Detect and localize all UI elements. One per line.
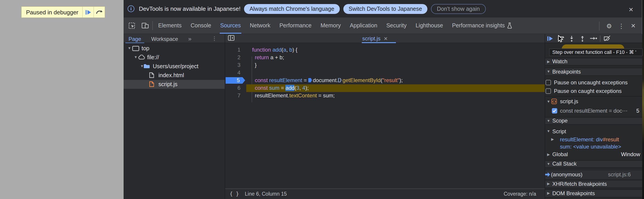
panel-tabs: ElementsConsoleSourcesNetworkPerformance… [154,17,517,34]
section-header-dom-breakpoints[interactable]: ▶DOM Breakpoints [545,189,642,197]
section-header-call-stack[interactable]: ▼Call Stack [545,160,642,168]
section-header-watch[interactable]: ▶Watch [545,58,642,65]
line-number-7[interactable]: 7 [225,92,245,99]
tab-memory[interactable]: Memory [316,17,345,34]
line-number-6[interactable]: 6 [225,84,245,92]
checkbox[interactable] [546,88,551,94]
pretty-print-button[interactable]: { } [230,191,239,197]
section-header-scope[interactable]: ▼Scope [545,117,642,125]
expand-arrow-icon[interactable]: ▼ [128,46,131,50]
scope-group-global[interactable]: ▶GlobalWindow [545,150,642,158]
dont-show-again-button[interactable]: Don't show again [431,4,486,14]
line-number-1[interactable]: 1 [225,46,245,54]
code-line-3[interactable]: } [246,61,545,69]
tree-item-users-user-project[interactable]: ▼Users/user/project [124,62,225,71]
scope-group-script[interactable]: ▼Script [545,127,642,136]
line-number-4[interactable]: 4 [225,69,245,76]
code-token: document. [313,77,338,83]
tab-performance-insights[interactable]: Performance insights [448,17,517,34]
infobar-message: DevTools is now available in Japanese! [139,5,240,12]
tree-item-file-[interactable]: ▼file:// [124,53,225,62]
section-header-xhr-fetch-breakpoints[interactable]: ▶XHR/fetch Breakpoints [545,180,642,188]
breakpoint-file-group[interactable]: ▼script.js [545,97,642,106]
checkbox[interactable] [546,80,551,85]
window-edge-backdrop [642,0,644,199]
tree-item-script-js[interactable]: script.js [124,80,225,89]
checkbox-row-pause-on-uncaught-exceptions[interactable]: Pause on uncaught exceptions [545,78,642,87]
more-options-button[interactable]: ⋮ [615,22,628,29]
code-token: ) { [292,46,298,53]
checkbox-row-pause-on-caught-exceptions[interactable]: Pause on caught exceptions [545,87,642,95]
line-number-3[interactable]: 3 [225,61,245,69]
breakpoint-badge[interactable]: 5 [226,77,245,84]
code-token: ); [305,85,309,91]
step-over-overlay-button[interactable] [94,7,105,17]
tree-item-index-html[interactable]: index.html [124,71,225,80]
tab-console[interactable]: Console [186,17,216,34]
step-out-button[interactable] [577,34,588,42]
devtools-close-button[interactable]: ✕ [628,22,639,29]
call-stack-frame[interactable]: (anonymous)script.js:6 [545,170,642,179]
expanded-arrow-icon: ▼ [546,70,550,74]
code-line-1[interactable]: function add(a, b) { [246,46,545,54]
tab-application[interactable]: Application [345,17,382,34]
tab-label: Security [386,22,406,29]
tab-label: Performance insights [452,22,505,29]
section-divider [545,96,642,96]
resume-button[interactable] [545,34,556,42]
tab-workspace[interactable]: Workspace [147,34,182,43]
step-button[interactable] [588,34,598,42]
code-editor[interactable]: 1234567 function add(a, b) {return a + b… [225,43,545,188]
breakpoint-entry[interactable]: const resultElement = doc⋯5 [545,106,642,115]
settings-gear-button[interactable]: ⚙ [603,22,615,29]
inspect-element-button[interactable] [126,17,138,34]
file-icon [149,72,154,78]
tab-performance[interactable]: Performance [275,17,316,34]
code-line-6[interactable]: const sum = add(3, 4); [246,84,545,92]
tree-item-top[interactable]: ▼top [124,44,225,53]
code-token: getElementById [342,77,380,83]
line-number-5[interactable]: 5 [225,76,245,84]
inline-breakpoint-marker[interactable] [338,78,342,82]
code-line-4[interactable] [246,69,545,76]
toggle-device-toolbar-button[interactable] [139,17,152,34]
line-number-2[interactable]: 2 [225,54,245,61]
code-token: ( [381,77,382,83]
js-source-icon [551,99,556,104]
step-into-button[interactable] [566,34,577,42]
expanded-arrow-icon: ▼ [546,129,550,134]
toolbar-divider [152,21,153,30]
js-file-icon [149,81,154,87]
scope-variable-sum[interactable]: sum: <value unavailable> [545,143,642,151]
step-over-tooltip: Step over next function call - F10 - ⌘ ' [549,48,643,56]
tab-lighthouse[interactable]: Lighthouse [411,17,448,34]
navigator-editor-divider[interactable] [225,34,225,199]
tab-network[interactable]: Network [246,17,275,34]
infobar-close-button[interactable]: ✕ [628,5,634,14]
code-token: b [290,46,292,53]
breakpoint-checkbox[interactable] [552,108,557,114]
deactivate-breakpoints-button[interactable] [602,34,612,42]
paused-in-debugger-label: Paused in debugger [22,7,82,17]
code-line-2[interactable]: return a + b; [246,54,545,61]
tab-security[interactable]: Security [382,17,411,34]
section-header-breakpoints[interactable]: ▼Breakpoints [545,68,642,76]
navigator-more-options[interactable]: ⋮ [208,34,221,43]
collapsed-arrow-icon[interactable]: ▶ [550,137,554,141]
inline-breakpoint-marker[interactable] [308,78,312,82]
expand-arrow-icon[interactable]: ▼ [134,55,138,59]
more-tabs-chevron[interactable]: » [184,34,196,43]
resume-script-overlay-button[interactable] [82,7,94,17]
active-frame-arrow-icon [545,172,550,177]
scope-variable-resultElement[interactable]: ▶resultElement: div#result [545,136,642,143]
always-match-language-button[interactable]: Always match Chrome's language [244,4,340,14]
flask-icon [507,22,512,29]
editor-sidebar-divider[interactable] [545,34,545,199]
tab-sources[interactable]: Sources [216,17,246,34]
code-line-7[interactable]: resultElement.textContent = sum; [246,92,545,99]
switch-to-japanese-button[interactable]: Switch DevTools to Japanese [343,4,428,14]
code-line-5[interactable]: const resultElement = document.getElemen… [246,76,545,84]
tab-elements[interactable]: Elements [154,17,186,34]
tab-page[interactable]: Page [124,34,145,43]
code-token: add [272,46,282,53]
